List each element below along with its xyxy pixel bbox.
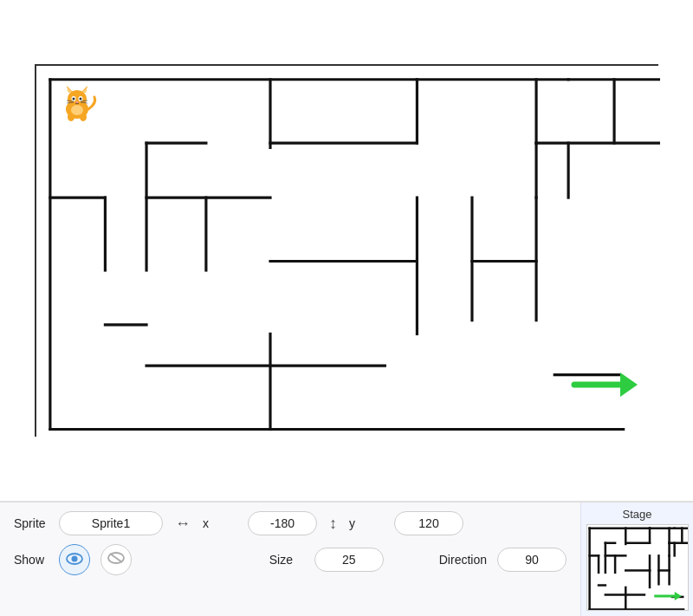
direction-label: Direction — [439, 553, 487, 567]
svg-point-8 — [73, 98, 75, 101]
controls-section: Sprite Sprite1 ↔ x -180 ↕ y 120 Show — [0, 503, 580, 616]
stage-panel-title: Stage — [623, 508, 652, 521]
svg-line-23 — [110, 554, 122, 562]
stage-area — [0, 0, 693, 502]
eye-closed-icon — [107, 552, 125, 567]
direction-value-pill[interactable]: 90 — [497, 548, 567, 572]
sprite-name-value: Sprite1 — [92, 516, 130, 530]
size-value-pill[interactable]: 25 — [314, 548, 384, 572]
main-container: Sprite Sprite1 ↔ x -180 ↕ y 120 Show — [0, 0, 693, 616]
x-value-pill[interactable]: -180 — [248, 511, 317, 535]
eye-open-icon — [66, 551, 83, 569]
sprite-name-pill[interactable]: Sprite1 — [59, 511, 163, 535]
controls-row-2: Show — [14, 544, 567, 575]
canvas-wrapper — [35, 64, 658, 437]
svg-marker-5 — [82, 88, 87, 93]
svg-point-9 — [80, 98, 82, 101]
size-label: Size — [269, 553, 304, 567]
svg-marker-19 — [620, 373, 638, 397]
y-value-pill[interactable]: 120 — [394, 511, 463, 535]
x-axis-icon: ↔ — [175, 515, 191, 533]
sprite-cat — [55, 81, 99, 125]
controls-row-1: Sprite Sprite1 ↔ x -180 ↕ y 120 — [14, 511, 567, 535]
show-eye-button[interactable] — [59, 544, 90, 575]
stage-thumbnail — [586, 524, 689, 611]
green-arrow — [570, 367, 639, 409]
bottom-section: Sprite Sprite1 ↔ x -180 ↕ y 120 Show — [0, 502, 693, 616]
size-value: 25 — [342, 553, 356, 567]
stage-panel: Stage — [580, 503, 693, 616]
svg-point-17 — [71, 105, 83, 115]
svg-point-10 — [76, 101, 79, 103]
svg-point-21 — [72, 555, 78, 561]
y-value: 120 — [418, 516, 438, 530]
show-label: Show — [14, 553, 49, 567]
hide-eye-button[interactable] — [100, 544, 132, 575]
x-label: x — [203, 516, 237, 530]
y-label: y — [349, 516, 384, 530]
x-value: -180 — [270, 516, 295, 530]
y-axis-icon: ↕ — [329, 515, 337, 533]
direction-value: 90 — [525, 553, 539, 567]
sprite-label: Sprite — [14, 516, 49, 530]
svg-marker-4 — [68, 88, 72, 93]
